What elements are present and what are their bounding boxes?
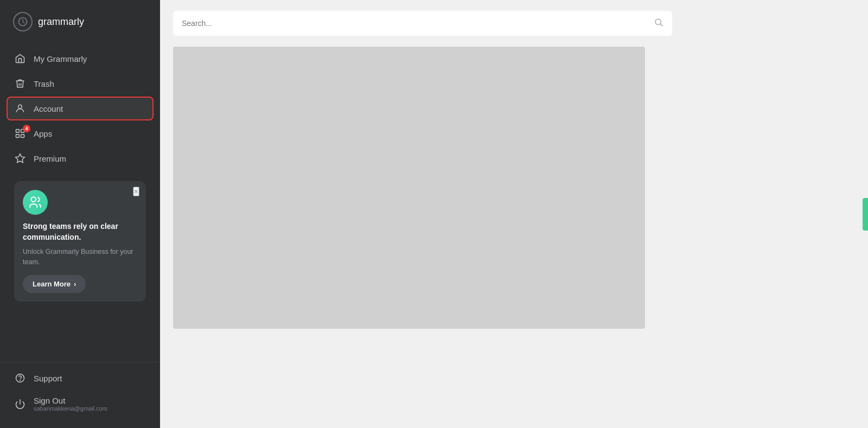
sidebar-item-signout[interactable]: Sign Out sabarimakkena@gmail.com [7, 391, 154, 417]
logo-text: grammarly [38, 16, 84, 28]
search-bar [173, 11, 672, 36]
star-icon [14, 152, 26, 164]
green-side-tab[interactable] [863, 198, 868, 231]
search-input[interactable] [182, 19, 648, 28]
sidebar-item-label: Trash [34, 79, 54, 88]
svg-rect-4 [16, 135, 20, 138]
account-icon [14, 103, 26, 114]
sidebar-item-label: Apps [34, 129, 52, 138]
sidebar-item-label: Premium [34, 154, 66, 163]
svg-marker-6 [16, 154, 25, 163]
sidebar-item-my-grammarly[interactable]: My Grammarly [7, 47, 154, 71]
svg-rect-2 [16, 130, 20, 133]
sidebar-item-label: Account [34, 104, 63, 113]
sidebar-nav: My Grammarly Trash Account [0, 44, 160, 362]
promo-icon [23, 190, 48, 215]
promo-close-button[interactable]: × [133, 187, 139, 196]
content-placeholder [173, 47, 645, 329]
svg-point-9 [20, 380, 21, 381]
signout-email: sabarimakkena@gmail.com [34, 405, 107, 412]
svg-point-1 [18, 105, 22, 108]
signout-label: Sign Out [34, 396, 107, 405]
sidebar-item-support[interactable]: Support [7, 367, 154, 389]
trash-icon [14, 78, 26, 90]
sidebar-bottom: Support Sign Out sabarimakkena@gmail.com [0, 362, 160, 428]
power-icon [14, 398, 26, 410]
sidebar-item-label: Support [34, 374, 62, 383]
signout-info: Sign Out sabarimakkena@gmail.com [34, 396, 107, 412]
home-icon [14, 53, 26, 65]
svg-point-11 [655, 19, 661, 25]
promo-description: Unlock Grammarly Business for your team. [23, 247, 137, 267]
promo-title: Strong teams rely on clear communication… [23, 221, 137, 242]
search-bar-wrapper [173, 11, 855, 36]
sidebar: grammarly My Grammarly [0, 0, 160, 428]
svg-point-7 [31, 197, 36, 202]
sidebar-item-apps[interactable]: 4 Apps [7, 122, 154, 145]
main-content [160, 0, 868, 428]
apps-badge: 4 [23, 125, 30, 132]
help-icon [14, 372, 26, 384]
logo-icon [13, 12, 33, 31]
learn-more-button[interactable]: Learn More › [23, 275, 86, 293]
svg-rect-5 [21, 135, 24, 138]
learn-more-label: Learn More [33, 280, 71, 288]
svg-line-12 [660, 24, 662, 26]
sidebar-item-account[interactable]: Account [7, 97, 154, 120]
sidebar-item-premium[interactable]: Premium [7, 146, 154, 170]
promo-card: × Strong teams rely on clear communicati… [14, 181, 146, 302]
sidebar-item-trash[interactable]: Trash [7, 72, 154, 95]
search-icon [654, 17, 663, 29]
sidebar-item-label: My Grammarly [34, 54, 87, 63]
learn-more-arrow: › [74, 280, 76, 288]
logo[interactable]: grammarly [0, 0, 160, 44]
